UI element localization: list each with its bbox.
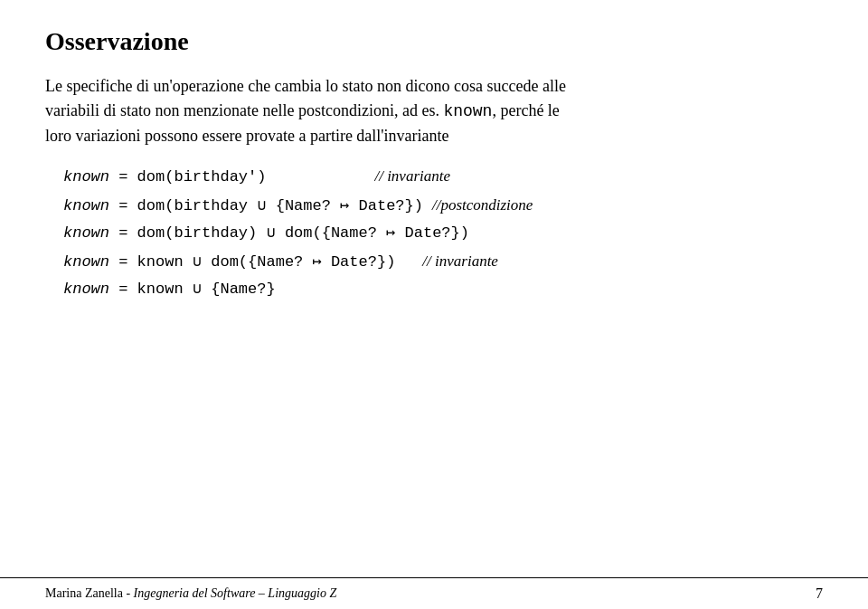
code-rest-3: = dom(birthday) ∪ dom({Name? ↦ Date?}) [109, 220, 469, 248]
intro-line3: , perché le [492, 101, 559, 119]
intro-line4: loro variazioni possono essere provate a… [45, 127, 449, 145]
code-line-3: known = dom(birthday) ∪ dom({Name? ↦ Dat… [63, 220, 823, 248]
code-kw-4: known [63, 249, 109, 277]
code-kw-2: known [63, 193, 109, 221]
intro-line1: Le specifiche di un'operazione che cambi… [45, 77, 566, 95]
footer-page: 7 [816, 585, 823, 602]
code-line-2: known = dom(birthday ∪ {Name? ↦ Date?}) … [63, 192, 823, 221]
code-comment-1: // invariante [374, 163, 450, 191]
code-rest-4: = known ∪ dom({Name? ↦ Date?}) [109, 249, 395, 277]
footer-left: Marina Zanella - Ingegneria del Software… [45, 586, 336, 601]
code-rest-5: = known ∪ {Name?} [109, 276, 276, 304]
intro-line2: variabili di stato non menzionate nelle … [45, 101, 439, 119]
code-line-4: known = known ∪ dom({Name? ↦ Date?}) // … [63, 248, 823, 277]
code-block: known = dom(birthday') // invariante kno… [63, 163, 823, 304]
footer-author: Marina Zanella [45, 586, 123, 600]
code-rest-1: = dom(birthday') [109, 164, 266, 192]
footer-course: Ingegneria del Software – Linguaggio Z [134, 586, 337, 600]
footer: Marina Zanella - Ingegneria del Software… [0, 577, 868, 609]
code-comment-4: // invariante [422, 248, 498, 276]
main-content: Osservazione Le specifiche di un'operazi… [0, 0, 868, 322]
code-line-1: known = dom(birthday') // invariante [63, 163, 823, 192]
intro-known: known [443, 102, 492, 120]
code-kw-3: known [63, 220, 109, 248]
intro-paragraph: Le specifiche di un'operazione che cambi… [45, 74, 823, 148]
code-rest-2: = dom(birthday ∪ {Name? ↦ Date?}) [109, 193, 423, 221]
code-line-5: known = known ∪ {Name?} [63, 276, 823, 304]
code-comment-2: //postcondizione [432, 192, 533, 220]
page-title: Osservazione [45, 27, 823, 56]
code-kw-1: known [63, 164, 109, 192]
code-kw-5: known [63, 276, 109, 304]
